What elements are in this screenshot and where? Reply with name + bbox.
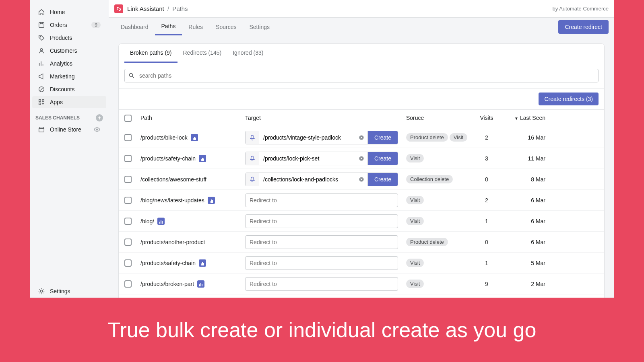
row-checkbox[interactable] xyxy=(124,239,132,246)
main-tabs: Dashboard Paths Rules Sources Settings C… xyxy=(109,18,614,36)
target-input[interactable] xyxy=(245,256,398,270)
visits-value: 9 xyxy=(475,281,499,287)
store-icon xyxy=(38,126,45,133)
sort-caret-icon: ▼ xyxy=(514,116,518,121)
path-text[interactable]: /products/bike-lock xyxy=(140,134,188,141)
analytics-icon[interactable] xyxy=(199,259,206,267)
subtab-ignored[interactable]: Ignored (33) xyxy=(227,44,269,63)
source-tag: Collection delete xyxy=(406,175,453,183)
tab-paths[interactable]: Paths xyxy=(155,18,182,35)
footer-banner: True bulk create or individual create as… xyxy=(0,298,644,362)
analytics-icon[interactable] xyxy=(191,134,198,141)
target-input-group: Create xyxy=(245,152,398,165)
sidebar-item-customers[interactable]: Customers xyxy=(32,45,106,57)
discount-icon xyxy=(38,86,45,93)
path-text[interactable]: /collections/awesome-stuff xyxy=(140,176,206,183)
orders-badge: 9 xyxy=(91,22,101,28)
row-checkbox[interactable] xyxy=(124,259,132,267)
target-input[interactable] xyxy=(259,131,356,144)
create-redirect-button[interactable]: Create redirect xyxy=(558,20,609,34)
bell-icon[interactable] xyxy=(246,152,259,165)
visits-value: 0 xyxy=(475,176,499,183)
target-input[interactable] xyxy=(259,152,356,165)
sidebar-item-label: Home xyxy=(50,9,101,15)
row-checkbox[interactable] xyxy=(124,197,132,204)
bell-icon[interactable] xyxy=(246,131,259,144)
row-checkbox[interactable] xyxy=(124,176,132,183)
search-input[interactable] xyxy=(124,69,599,82)
column-target[interactable]: Target xyxy=(245,115,406,122)
create-button[interactable]: Create xyxy=(368,173,398,186)
column-source[interactable]: Soruce xyxy=(406,115,475,122)
row-checkbox[interactable] xyxy=(124,134,132,141)
home-icon xyxy=(38,8,45,16)
column-last-seen[interactable]: ▼Last Seen xyxy=(499,115,547,122)
svg-point-8 xyxy=(40,290,42,292)
subtab-redirects[interactable]: Redirects (145) xyxy=(178,44,227,63)
sidebar-item-home[interactable]: Home xyxy=(32,6,106,18)
row-checkbox[interactable] xyxy=(124,155,132,162)
table-body: /products/bike-lock Create Product delet… xyxy=(119,127,604,298)
clear-icon[interactable] xyxy=(356,173,368,186)
path-text[interactable]: /products/another-product xyxy=(140,239,205,245)
tab-dashboard[interactable]: Dashboard xyxy=(114,19,155,35)
tab-sources[interactable]: Sources xyxy=(209,19,243,35)
tag-icon xyxy=(38,34,45,41)
add-channel-icon[interactable]: + xyxy=(96,114,103,121)
sidebar-item-analytics[interactable]: Analytics xyxy=(32,58,106,70)
target-input[interactable] xyxy=(245,235,398,249)
column-visits[interactable]: Visits xyxy=(475,115,499,122)
analytics-icon[interactable] xyxy=(157,218,165,225)
sidebar-item-label: Orders xyxy=(50,22,87,28)
sidebar-item-marketing[interactable]: Marketing xyxy=(32,70,106,82)
sidebar-item-discounts[interactable]: Discounts xyxy=(32,83,106,95)
row-checkbox[interactable] xyxy=(124,280,132,288)
analytics-icon[interactable] xyxy=(199,155,206,162)
tab-settings[interactable]: Settings xyxy=(243,19,276,35)
clear-icon[interactable] xyxy=(356,152,368,165)
search-icon xyxy=(128,72,135,79)
analytics-icon[interactable] xyxy=(197,280,204,288)
create-redirects-bulk-button[interactable]: Create redirects (3) xyxy=(539,93,599,105)
search-row xyxy=(119,63,604,88)
target-input[interactable] xyxy=(259,173,356,186)
table-header: Path Target Soruce Visits ▼Last Seen xyxy=(119,110,604,127)
analytics-icon[interactable] xyxy=(208,197,215,204)
table-row: /blog/news/latest-updates Visit 2 6 Mar xyxy=(119,190,604,211)
path-text[interactable]: /products/safety-chain xyxy=(140,155,196,162)
subtab-broken-paths[interactable]: Broken paths (9) xyxy=(124,44,178,63)
select-all-checkbox[interactable] xyxy=(124,115,132,122)
column-path[interactable]: Path xyxy=(140,115,245,122)
create-button[interactable]: Create xyxy=(368,152,398,165)
last-seen-value: 16 Mar xyxy=(499,134,547,141)
target-input[interactable] xyxy=(245,214,398,228)
clear-icon[interactable] xyxy=(356,131,368,144)
path-text[interactable]: /products/broken-part xyxy=(140,281,194,287)
attribution: by Automate Commerce xyxy=(553,6,609,12)
target-input[interactable] xyxy=(245,193,398,207)
sidebar-item-products[interactable]: Products xyxy=(32,32,106,44)
tab-rules[interactable]: Rules xyxy=(182,19,209,35)
source-tag: Product delete xyxy=(406,238,448,246)
breadcrumb: Link Assistant / Paths xyxy=(127,5,188,12)
view-store-icon[interactable] xyxy=(93,126,101,133)
breadcrumb-current: Paths xyxy=(172,5,188,12)
bell-icon[interactable] xyxy=(246,173,259,186)
table-row: /products/broken-part Visit 9 2 Mar xyxy=(119,274,604,294)
path-text[interactable]: /blog/ xyxy=(140,218,154,224)
topbar: Link Assistant / Paths by Automate Comme… xyxy=(109,0,614,18)
sidebar-item-label: Settings xyxy=(50,288,101,294)
sidebar-item-online-store[interactable]: Online Store xyxy=(32,123,106,136)
breadcrumb-separator: / xyxy=(167,5,169,12)
app-name[interactable]: Link Assistant xyxy=(127,5,164,12)
sales-channels-heading: SALES CHANNELS + xyxy=(30,109,109,123)
path-text[interactable]: /blog/news/latest-updates xyxy=(140,197,204,204)
content-area: Link Assistant / Paths by Automate Comme… xyxy=(109,0,614,298)
path-text[interactable]: /products/safety-chain xyxy=(140,260,196,266)
row-checkbox[interactable] xyxy=(124,218,132,225)
sidebar-item-apps[interactable]: Apps xyxy=(32,96,106,108)
sidebar-item-settings[interactable]: Settings xyxy=(32,285,106,297)
create-button[interactable]: Create xyxy=(368,131,398,144)
target-input[interactable] xyxy=(245,277,398,291)
sidebar-item-orders[interactable]: Orders 9 xyxy=(32,19,106,31)
